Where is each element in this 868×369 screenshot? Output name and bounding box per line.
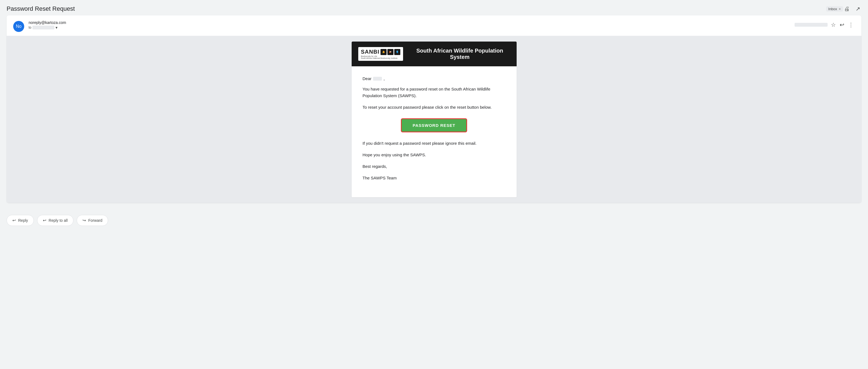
best-regards: Best regards, [363, 163, 506, 170]
recipient-name-blur [373, 77, 382, 81]
print-button[interactable]: 🖨 [843, 5, 851, 13]
reply-all-icon: ↩ [43, 218, 46, 223]
reply-all-label: Reply to all [49, 218, 68, 223]
timestamp-blur [795, 23, 828, 27]
svg-point-1 [397, 51, 397, 52]
bird2-icon [388, 49, 394, 55]
reply-icon: ↩ [12, 218, 16, 223]
print-icon: 🖨 [844, 6, 849, 12]
email-header: No noreply@kartoza.com to ▾ ☆ ↩ ⋮ [7, 16, 861, 36]
more-options-button[interactable]: ⋮ [847, 20, 855, 29]
open-external-button[interactable]: ↗ [855, 4, 861, 13]
dear-line: Dear , [363, 76, 506, 81]
to-line: to ▾ [29, 25, 795, 30]
body-para3: If you didn't request a password reset p… [363, 140, 506, 147]
avatar: No [13, 21, 24, 32]
star-button[interactable]: ☆ [830, 20, 837, 29]
email-body-wrapper: SANBI [7, 36, 861, 203]
forward-icon: ↪ [83, 218, 86, 223]
sanbi-fullname: South African National Biodiversity Inst… [361, 57, 400, 59]
email-subject: Password Reset Request [7, 5, 823, 12]
inbox-label: Inbox [829, 7, 837, 11]
email-card: No noreply@kartoza.com to ▾ ☆ ↩ ⋮ [7, 16, 861, 203]
bottom-actions: ↩ Reply ↩ Reply to all ↪ Forward [0, 207, 868, 231]
reply-button[interactable]: ↩ Reply [7, 215, 34, 226]
sender-info: noreply@kartoza.com to ▾ [29, 20, 795, 30]
email-banner: SANBI [352, 41, 517, 66]
reply-header-icon: ↩ [840, 22, 844, 28]
open-external-icon: ↗ [856, 5, 860, 12]
to-label: to [29, 26, 31, 29]
body-para2: To reset your account password please cl… [363, 104, 506, 111]
recipient-dropdown-icon[interactable]: ▾ [56, 25, 58, 30]
sanbi-logo-top: SANBI [361, 49, 400, 55]
team-name: The SAWPS Team [363, 175, 506, 181]
email-content: SANBI [352, 41, 517, 197]
top-bar: Password Reset Request Inbox × 🖨 ↗ [0, 0, 868, 16]
email-text-content: Dear , You have requested for a password… [352, 66, 517, 197]
body-para1: You have requested for a password reset … [363, 86, 506, 99]
bird1-icon [380, 49, 386, 55]
sender-email: noreply@kartoza.com [29, 20, 795, 25]
dear-prefix: Dear [363, 76, 372, 81]
bird3-icon [394, 49, 400, 55]
reply-all-button[interactable]: ↩ Reply to all [37, 215, 73, 226]
reply-label: Reply [18, 218, 28, 223]
svg-point-0 [397, 51, 398, 52]
dear-suffix: , [383, 76, 385, 81]
system-title: South African Wildlife Population System [410, 48, 510, 60]
sanbi-birds [380, 49, 400, 55]
sanbi-tagline: Biodiversity for Life [361, 55, 400, 57]
reset-btn-container: PASSWORD RESET [363, 118, 506, 132]
forward-label: Forward [88, 218, 102, 223]
inbox-close-icon[interactable]: × [839, 7, 841, 11]
forward-button[interactable]: ↪ Forward [77, 215, 108, 226]
sanbi-logo: SANBI [358, 47, 403, 61]
sanbi-text: SANBI [361, 49, 379, 55]
reply-header-button[interactable]: ↩ [839, 20, 845, 29]
header-icons: ☆ ↩ ⋮ [830, 20, 855, 29]
star-icon: ☆ [831, 22, 836, 28]
recipient-blur [32, 26, 55, 29]
more-options-icon: ⋮ [848, 22, 854, 28]
top-bar-right: 🖨 ↗ [843, 4, 861, 13]
body-para4: Hope you enjoy using the SAWPS. [363, 152, 506, 158]
password-reset-button[interactable]: PASSWORD RESET [401, 118, 467, 132]
email-header-right: ☆ ↩ ⋮ [795, 20, 855, 29]
inbox-badge: Inbox × [826, 6, 843, 11]
